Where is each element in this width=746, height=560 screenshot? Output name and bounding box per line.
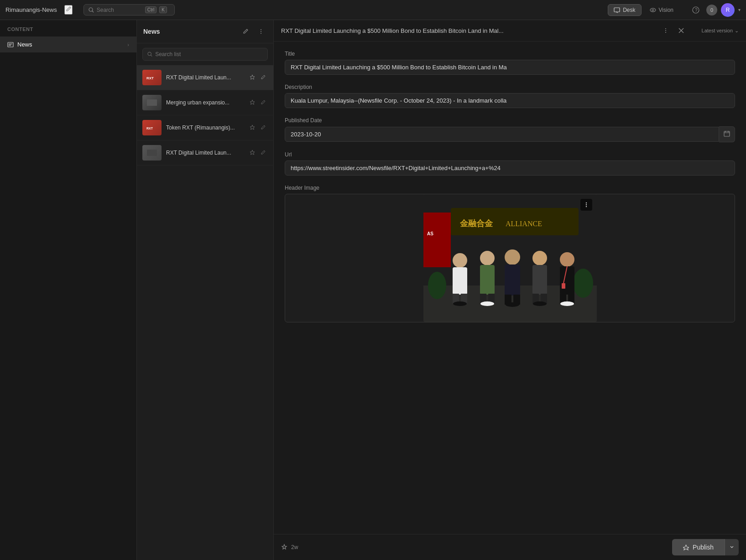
sidebar-item-news-label: News xyxy=(17,41,124,48)
editor-panel: RXT Digital Limited Launching a $500 Mil… xyxy=(274,20,746,560)
svg-rect-45 xyxy=(480,265,495,295)
help-button[interactable]: ? xyxy=(689,3,703,17)
publish-icon xyxy=(683,544,689,550)
news-item-pin-1[interactable] xyxy=(248,73,257,82)
bottom-time: 2w xyxy=(291,544,298,550)
search-list-input[interactable] xyxy=(155,51,263,57)
svg-text:RXT: RXT xyxy=(146,127,153,130)
news-panel: News xyxy=(137,20,274,560)
search-list-icon xyxy=(147,52,152,57)
svg-point-22 xyxy=(665,30,666,31)
avatar[interactable]: R xyxy=(721,3,735,17)
svg-point-15 xyxy=(148,52,151,55)
svg-line-16 xyxy=(151,55,152,57)
news-thumb-2 xyxy=(142,95,162,110)
main-area: Content News › News xyxy=(0,20,746,560)
publish-label: Publish xyxy=(693,544,714,551)
svg-rect-49 xyxy=(505,264,520,296)
svg-rect-26 xyxy=(724,131,730,136)
edit-icon[interactable] xyxy=(64,5,73,15)
svg-text:RXT: RXT xyxy=(146,76,154,80)
svg-point-21 xyxy=(665,28,666,29)
svg-point-56 xyxy=(560,252,574,267)
sidebar-item-news[interactable]: News › xyxy=(0,36,136,52)
topbar: Rimaunangis-News Ctrl K Desk Vision xyxy=(0,0,746,20)
title-field-group: Title xyxy=(285,51,735,75)
svg-point-48 xyxy=(505,249,520,265)
description-field-group: Description xyxy=(285,84,735,108)
kbd-k: K xyxy=(159,6,167,13)
svg-point-44 xyxy=(480,251,495,265)
search-icon xyxy=(89,7,94,13)
news-item-actions-1 xyxy=(248,73,268,82)
search-list-box xyxy=(142,48,268,61)
svg-point-0 xyxy=(89,8,93,11)
desk-icon xyxy=(614,7,620,13)
sidebar: Content News › xyxy=(0,20,137,560)
editor-bottom: 2w Publish xyxy=(274,534,746,560)
notification-badge[interactable]: 0 xyxy=(706,5,717,16)
editor-header: RXT Digital Limited Launching a $500 Mil… xyxy=(274,20,746,41)
published-date-input[interactable] xyxy=(285,127,719,142)
news-panel-more-button[interactable] xyxy=(255,26,267,37)
svg-text:ALLIANCE: ALLIANCE xyxy=(506,220,542,228)
vision-button[interactable]: Vision xyxy=(645,5,678,16)
svg-rect-57 xyxy=(560,266,574,295)
svg-rect-18 xyxy=(147,99,157,106)
editor-close-button[interactable] xyxy=(675,25,687,36)
svg-point-68 xyxy=(585,204,586,205)
header-image-box: 金融合金 ALLIANCE AS xyxy=(285,194,735,322)
news-list-item[interactable]: RXT Token RXT (Rimaunangis)... xyxy=(137,115,273,140)
calendar-button[interactable] xyxy=(719,126,735,142)
news-item-edit-4[interactable] xyxy=(259,149,268,157)
svg-point-69 xyxy=(585,206,586,207)
publish-chevron-button[interactable] xyxy=(725,539,739,555)
news-item-pin-4[interactable] xyxy=(248,149,257,157)
version-selector[interactable]: Latest version ⌄ xyxy=(702,28,739,34)
news-list-item[interactable]: Merging urban expansio... xyxy=(137,90,273,115)
publish-dropdown-icon xyxy=(730,544,734,549)
news-list-item[interactable]: RXT Digital Limited Laun... xyxy=(137,140,273,166)
svg-text:AS: AS xyxy=(427,231,433,236)
news-item-edit-1[interactable] xyxy=(259,73,268,82)
publish-button[interactable]: Publish xyxy=(672,539,725,555)
news-list-item[interactable]: RXT RXT Digital Limited Laun... xyxy=(137,65,273,90)
svg-point-39 xyxy=(573,269,593,298)
svg-point-62 xyxy=(453,301,467,306)
svg-point-67 xyxy=(585,202,586,203)
svg-text:金融合金: 金融合金 xyxy=(459,219,493,228)
avatar-chevron-icon[interactable]: ▾ xyxy=(738,7,741,12)
header-image-dots-button[interactable] xyxy=(580,199,592,211)
sidebar-header: Content xyxy=(0,20,136,36)
url-input[interactable] xyxy=(285,161,735,176)
news-item-edit-3[interactable] xyxy=(259,124,268,132)
url-label: Url xyxy=(285,151,735,158)
svg-rect-53 xyxy=(532,265,547,295)
svg-point-5 xyxy=(652,9,654,11)
svg-point-66 xyxy=(560,301,574,306)
news-panel-header: News xyxy=(137,20,273,43)
news-panel-edit-button[interactable] xyxy=(240,26,251,37)
news-panel-title: News xyxy=(143,28,236,35)
news-item-pin-2[interactable] xyxy=(248,99,257,107)
description-label: Description xyxy=(285,84,735,90)
news-item-edit-2[interactable] xyxy=(259,99,268,107)
svg-point-23 xyxy=(665,32,666,33)
description-input[interactable] xyxy=(285,93,735,108)
editor-more-button[interactable] xyxy=(660,25,672,36)
published-date-field-group: Published Date xyxy=(285,117,735,142)
news-item-pin-3[interactable] xyxy=(248,124,257,132)
svg-point-38 xyxy=(428,272,446,299)
version-label: Latest version xyxy=(702,28,733,33)
title-input[interactable] xyxy=(285,60,735,75)
title-label: Title xyxy=(285,51,735,57)
desk-button[interactable]: Desk xyxy=(608,4,641,16)
svg-line-1 xyxy=(92,11,94,12)
url-field-group: Url xyxy=(285,151,735,176)
svg-point-65 xyxy=(533,301,547,306)
news-item-title-1: RXT Digital Limited Laun... xyxy=(166,74,243,81)
svg-point-63 xyxy=(480,301,494,306)
search-input[interactable] xyxy=(97,7,142,13)
svg-rect-59 xyxy=(562,283,565,289)
published-date-label: Published Date xyxy=(285,117,735,124)
